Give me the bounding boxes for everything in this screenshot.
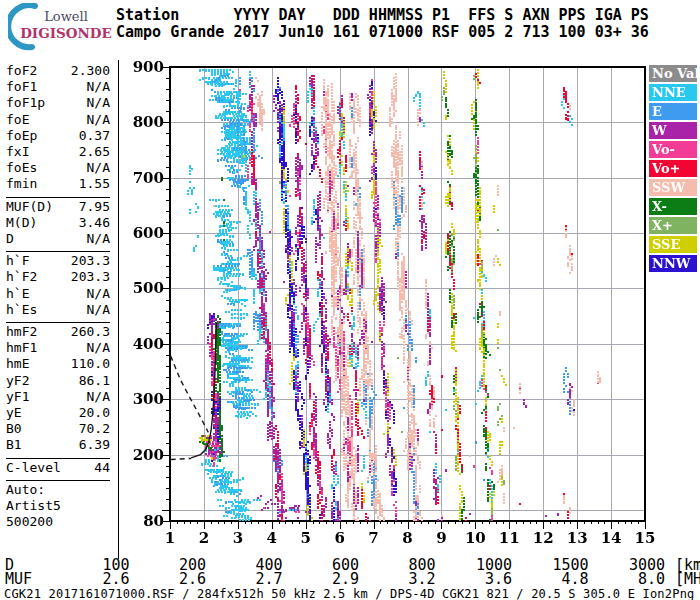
y-axis-tick-label: 900 — [120, 58, 164, 76]
autoscaling-info-line: Artist5 — [6, 498, 110, 514]
parameter-label: hmE — [6, 356, 29, 372]
parameter-row: foF1pN/A — [6, 95, 110, 111]
parameter-row: yE20.0 — [6, 405, 110, 421]
parameter-label: foF2 — [6, 63, 37, 79]
dmuf-cell: 3.2 — [359, 572, 436, 586]
legend-item-x-: X- — [649, 198, 697, 215]
y-axis-tick-label: 80 — [120, 512, 164, 530]
parameter-value: 6.39 — [79, 437, 110, 453]
parameter-row: foF22.300 — [6, 63, 110, 79]
parameter-value: 86.1 — [79, 373, 110, 389]
parameter-label: MUF(D) — [6, 199, 53, 215]
parameter-value: 0.37 — [79, 128, 110, 144]
parameter-row: hmF2260.3 — [6, 324, 110, 340]
parameter-row: foEsN/A — [6, 160, 110, 176]
dmuf-cell: 2.6 — [130, 572, 207, 586]
dmuf-cell: 2.7 — [206, 572, 283, 586]
parameter-row: C-level44 — [6, 460, 110, 476]
parameter-value: 3.46 — [79, 215, 110, 231]
legend-item-w: W — [649, 122, 697, 139]
dmuf-cell: 2.6 — [53, 572, 130, 586]
y-axis-tick-label: 600 — [120, 224, 164, 242]
parameter-group: hmF2260.3hmF1N/AhmE110.0yF286.1yF1N/AyE2… — [6, 323, 110, 459]
x-axis-tick-label: 3 — [223, 529, 253, 547]
dmuf-unit: [MHz] — [675, 572, 700, 586]
header-field-names: Station YYYY DAY DDD HHMMSS P1 FFS S AXN… — [116, 7, 649, 24]
footer-info-line: CGK21_2017161071000.RSF / 284fx512h 50 k… — [4, 587, 700, 600]
scaled-parameters-panel: foF22.300foF1N/AfoF1pN/AfoEN/AfoEp0.37fx… — [6, 62, 110, 534]
legend-item-ssw: SSW — [649, 179, 697, 196]
parameter-row: hmE110.0 — [6, 356, 110, 372]
autoscaling-info-line: Auto: — [6, 482, 110, 498]
parameter-label: yF1 — [6, 389, 29, 405]
y-axis-tick-label: 500 — [120, 279, 164, 297]
legend-item-vo+: Vo+ — [649, 160, 697, 177]
dmuf-cell: 3.6 — [436, 572, 513, 586]
parameter-label: hmF1 — [6, 340, 37, 356]
parameter-value: 44 — [94, 460, 110, 476]
parameter-row: MUF(D)7.95 — [6, 199, 110, 215]
y-axis-tick-label: 200 — [120, 446, 164, 464]
x-axis-tick-label: 5 — [291, 529, 321, 547]
parameter-row: fmin1.55 — [6, 176, 110, 192]
x-axis-tick-label: 15 — [630, 529, 660, 547]
parameter-value: N/A — [87, 160, 110, 176]
parameter-label: D — [6, 231, 14, 247]
parameter-label: yF2 — [6, 373, 29, 389]
parameter-label: foF1p — [6, 95, 45, 111]
parameter-label: foF1 — [6, 79, 37, 95]
y-axis-tick-label: 400 — [120, 335, 164, 353]
lowell-digisonde-logo: Lowell DIGISONDE — [8, 3, 112, 51]
x-axis-tick-label: 13 — [562, 529, 592, 547]
parameter-value: 110.0 — [71, 356, 110, 372]
parameter-value: N/A — [87, 112, 110, 128]
parameter-value: N/A — [87, 389, 110, 405]
header-block: Station YYYY DAY DDD HHMMSS P1 FFS S AXN… — [116, 7, 649, 41]
parameter-row: h`F2203.3 — [6, 269, 110, 285]
parameter-label: h`Es — [6, 302, 37, 318]
parameter-value: 2.300 — [71, 63, 110, 79]
parameter-row: DN/A — [6, 231, 110, 247]
parameter-row: foEN/A — [6, 112, 110, 128]
y-axis-tick-label: 300 — [120, 390, 164, 408]
logo-digisonde-text: DIGISONDE — [20, 25, 112, 41]
parameter-label: hmF2 — [6, 324, 37, 340]
header-field-values: Campo Grande 2017 Jun10 161 071000 RSF 0… — [116, 24, 649, 41]
legend-item-vo-: Vo- — [649, 141, 697, 158]
panel-divider-line — [118, 60, 119, 559]
parameter-value: 203.3 — [71, 253, 110, 269]
y-axis-tick-label: 800 — [120, 113, 164, 131]
parameter-label: C-level — [6, 460, 61, 476]
ionogram-page: { "logo": {"line1": "Lowell", "line2": "… — [0, 0, 700, 600]
parameter-label: fmin — [6, 176, 37, 192]
echo-direction-legend: No ValNNEEWVo-Vo+SSWX-X+SSENNW — [649, 65, 697, 274]
parameter-value: N/A — [87, 340, 110, 356]
x-axis-tick-label: 4 — [257, 529, 287, 547]
parameter-row: B070.2 — [6, 421, 110, 437]
x-axis-tick-label: 14 — [596, 529, 626, 547]
parameter-group: C-level44 — [6, 459, 110, 481]
y-axis-tick-label: 700 — [120, 169, 164, 187]
x-axis-tick-label: 8 — [393, 529, 423, 547]
parameter-group: h`F203.3h`F2203.3h`EN/Ah`EsN/A — [6, 252, 110, 323]
parameter-label: B1 — [6, 437, 22, 453]
legend-item-nne: NNE — [649, 84, 697, 101]
legend-item-nnw: NNW — [649, 255, 697, 272]
logo-graphic: Lowell DIGISONDE — [8, 3, 112, 51]
parameter-label: foEs — [6, 160, 37, 176]
dmuf-row-muf: MUF2.62.62.72.93.23.64.88.0[MHz] — [5, 572, 700, 586]
ionogram-plot-canvas — [135, 55, 660, 535]
parameter-label: fxI — [6, 144, 29, 160]
parameter-row: fxI2.65 — [6, 144, 110, 160]
legend-item-x+: X+ — [649, 217, 697, 234]
x-axis-tick-label: 1 — [155, 529, 185, 547]
parameter-label: yE — [6, 405, 22, 421]
parameter-label: foE — [6, 112, 29, 128]
x-axis-tick-label: 6 — [325, 529, 355, 547]
parameter-label: h`E — [6, 286, 29, 302]
x-axis-tick-label: 7 — [359, 529, 389, 547]
parameter-group: MUF(D)7.95M(D)3.46DN/A — [6, 198, 110, 253]
parameter-row: h`EN/A — [6, 286, 110, 302]
parameter-row: B16.39 — [6, 437, 110, 453]
parameter-value: 2.65 — [79, 144, 110, 160]
